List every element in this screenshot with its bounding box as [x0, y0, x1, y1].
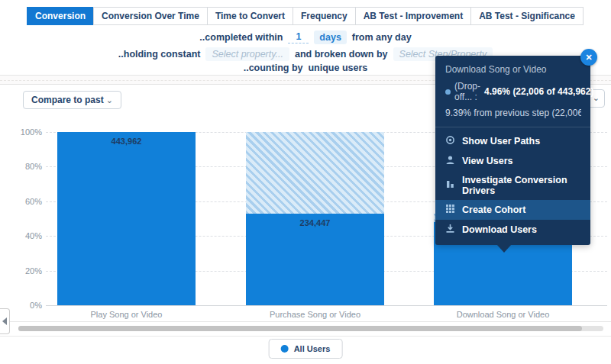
tooltip-menu: Show User PathsView UsersInvestigate Con…: [435, 127, 590, 245]
funnel-bar-purchase-song-or-video[interactable]: 234,447: [246, 132, 384, 305]
tab-conversion-over-time[interactable]: Conversion Over Time: [93, 7, 208, 25]
y-axis-tick-0: 0%: [4, 301, 42, 310]
y-axis-tick-80: 80%: [4, 162, 42, 171]
chevron-down-icon: ⌄: [106, 95, 113, 105]
bar-value-label: 234,447: [246, 218, 384, 227]
menu-item-label: Investigate Conversion Drivers: [462, 175, 580, 196]
tab-ab-test-improvement[interactable]: AB Test - Improvement: [355, 7, 471, 25]
menu-item-label: Download Users: [462, 224, 537, 235]
x-axis-label-2: Purchase Song or Video: [246, 310, 384, 319]
view-users-icon: [445, 155, 455, 167]
y-axis-tick-60: 60%: [4, 197, 42, 206]
menu-item-investigate-conversion-drivers[interactable]: Investigate Conversion Drivers: [435, 171, 590, 200]
tab-time-to-convert[interactable]: Time to Convert: [207, 7, 293, 25]
tab-ab-test-significance[interactable]: AB Test - Significance: [470, 7, 584, 25]
download-icon: [445, 224, 455, 236]
create-cohort-icon: [445, 204, 455, 216]
chart-type-tabs: ConversionConversion Over TimeTime to Co…: [0, 7, 611, 25]
dropoff-value: 4.96% (22,006 of 443,962): [484, 86, 593, 97]
bar-value-label: 443,962: [57, 137, 196, 146]
legend-label: All Users: [294, 344, 331, 353]
menu-item-view-users[interactable]: View Users: [435, 151, 590, 171]
tooltip-header: Download Song or Video (Drop-off... : 4.…: [435, 56, 590, 127]
legend-all-users[interactable]: All Users: [269, 339, 343, 359]
y-axis-tick-100: 100%: [4, 127, 42, 137]
compare-to-past-label: Compare to past: [31, 95, 104, 105]
menu-item-label: Create Cohort: [462, 205, 525, 215]
user-paths-icon: [445, 135, 455, 147]
scroll-left-button[interactable]: [0, 308, 10, 334]
gridline-0: [46, 305, 607, 306]
dropoff-tooltip: Download Song or Video (Drop-off... : 4.…: [435, 56, 590, 245]
x-axis-label-1: Play Song or Video: [57, 310, 196, 319]
y-axis-tick-40: 40%: [4, 231, 42, 240]
converted-solid-region[interactable]: [57, 132, 196, 305]
menu-item-label: Show User Paths: [462, 136, 540, 147]
dropoff-stat-line: (Drop-off... : 4.96% (22,006 of 443,962): [445, 81, 581, 102]
previous-step-line: 9.39% from previous step (22,006 of 23..…: [445, 108, 581, 118]
bullet-icon: [445, 89, 451, 95]
menu-item-label: View Users: [462, 156, 512, 166]
series-color-dot: [281, 345, 289, 353]
left-arrow-icon: [2, 317, 7, 325]
x-axis-label-3: Download Song or Video: [434, 310, 572, 319]
tooltip-title: Download Song or Video: [445, 64, 581, 75]
dropoff-hatch-region[interactable]: [246, 132, 384, 214]
conversion-drivers-icon: [445, 179, 455, 192]
tab-conversion[interactable]: Conversion: [27, 7, 94, 25]
dropoff-label: (Drop-off... :: [454, 81, 480, 102]
y-axis-tick-20: 20%: [4, 266, 42, 275]
compare-to-past-button[interactable]: Compare to past⌄: [23, 91, 121, 109]
tooltip-pointer: [496, 244, 512, 253]
menu-item-download-users[interactable]: Download Users: [435, 220, 590, 240]
menu-item-create-cohort[interactable]: Create Cohort: [435, 200, 590, 220]
funnel-bar-play-song-or-video[interactable]: 443,962: [57, 132, 196, 305]
close-icon[interactable]: ✕: [580, 49, 597, 66]
tab-frequency[interactable]: Frequency: [293, 7, 356, 25]
menu-item-show-user-paths[interactable]: Show User Paths: [435, 131, 590, 151]
